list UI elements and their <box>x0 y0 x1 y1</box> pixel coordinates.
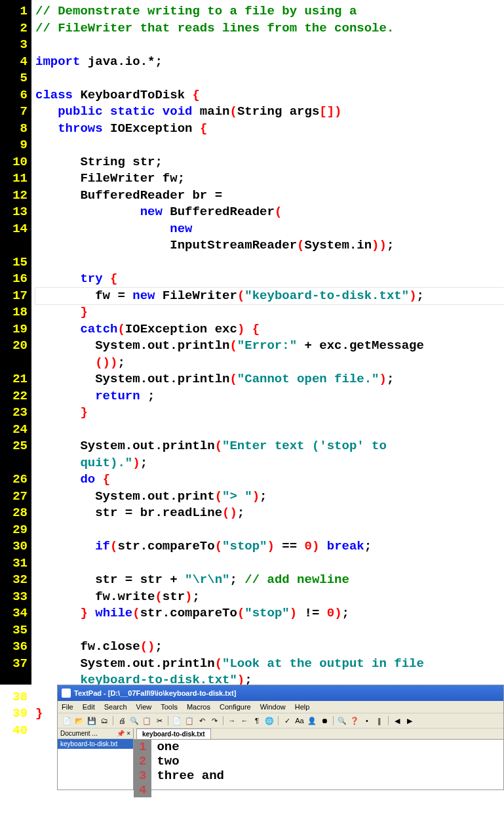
indent-icon[interactable]: → <box>227 715 237 726</box>
code-line[interactable] <box>35 37 504 54</box>
textpad-editor[interactable]: 1234 onetwothree and <box>134 740 503 797</box>
paste-icon[interactable]: 📋 <box>184 715 195 726</box>
cut-icon[interactable]: ✂ <box>154 715 165 726</box>
code-line[interactable]: if(str.compareTo("stop") == 0) break; <box>35 538 504 555</box>
close-icon[interactable]: × <box>126 730 130 737</box>
line-number: 8 <box>0 121 28 138</box>
line-number: 40 <box>0 723 28 740</box>
code-line[interactable]: public static void main(String args[]) <box>35 104 504 121</box>
outdent-icon[interactable]: ← <box>239 715 250 726</box>
textpad-titlebar[interactable]: TextPad - [D:\__07Fall\9\io\keyboard-to-… <box>58 685 503 701</box>
tp-text-line[interactable]: three and <box>157 769 224 783</box>
line-number: 25 <box>0 438 28 455</box>
web-icon[interactable]: 🌐 <box>264 715 275 726</box>
code-line[interactable] <box>35 422 504 439</box>
spell-icon[interactable]: ✓ <box>282 715 292 726</box>
line-number: 4 <box>0 54 28 71</box>
code-line[interactable]: throws IOException { <box>35 121 504 138</box>
code-line[interactable]: str = br.readLine(); <box>35 505 504 522</box>
code-line[interactable]: str = str + "\r\n"; // add newline <box>35 572 504 589</box>
dot-icon[interactable]: • <box>362 715 372 726</box>
code-line[interactable]: return ; <box>35 388 504 405</box>
code-line[interactable]: String str; <box>35 154 504 171</box>
code-line[interactable]: System.out.print("> "); <box>35 489 504 506</box>
paragraph-icon[interactable]: ¶ <box>252 715 262 726</box>
line-number: 22 <box>0 388 28 405</box>
code-line[interactable]: fw.write(str); <box>35 589 504 606</box>
line-number: 31 <box>0 555 28 572</box>
menu-macros[interactable]: Macros <box>187 703 210 711</box>
menu-search[interactable]: Search <box>104 703 127 711</box>
code-line[interactable]: // FileWriter that reads lines from the … <box>35 20 504 37</box>
code-line[interactable]: } <box>35 405 504 422</box>
redo-icon[interactable]: ↷ <box>209 715 220 726</box>
code-line[interactable]: fw = new FileWriter("keyboard-to-disk.tx… <box>35 288 504 305</box>
run-icon[interactable]: 👤 <box>307 715 317 726</box>
code-line[interactable]: new InputStreamReader(System.in)); <box>35 221 504 254</box>
playL-icon[interactable]: ◀ <box>392 715 402 726</box>
line-number: 26 <box>0 471 28 489</box>
find-icon[interactable]: Aa <box>294 715 305 726</box>
code-line[interactable]: import java.io.*; <box>35 54 504 71</box>
menu-configure[interactable]: Configure <box>220 703 251 711</box>
code-line[interactable]: try { <box>35 271 504 288</box>
code-editor: 1234567891011121314 151617181920 2122232… <box>0 0 504 685</box>
pin-icon[interactable]: 📌 <box>117 730 125 737</box>
code-line[interactable]: System.out.println("Enter text ('stop' t… <box>35 438 504 471</box>
menu-tools[interactable]: Tools <box>161 703 178 711</box>
code-line[interactable]: BufferedReader br = <box>35 188 504 205</box>
pipe-icon[interactable]: ‖ <box>374 715 385 726</box>
menu-edit[interactable]: Edit <box>83 703 95 711</box>
code-line[interactable]: FileWriter fw; <box>35 170 504 188</box>
line-number: 21 <box>0 371 28 388</box>
code-line[interactable]: } while(str.compareTo("stop") != 0); <box>35 605 504 622</box>
record-icon[interactable]: ⏺ <box>319 715 330 726</box>
code-line[interactable] <box>35 622 504 639</box>
menu-view[interactable]: View <box>136 703 152 711</box>
code-line[interactable] <box>35 522 504 539</box>
line-number: 6 <box>0 87 28 104</box>
print-icon[interactable]: 🖨 <box>117 715 127 726</box>
document-list-item[interactable]: keyboard-to-disk.txt <box>58 739 133 749</box>
tp-text-line[interactable]: one <box>157 740 224 754</box>
menu-window[interactable]: Window <box>260 703 286 711</box>
code-line[interactable] <box>35 254 504 271</box>
tp-text-line[interactable] <box>157 783 224 797</box>
save-icon[interactable]: 💾 <box>87 715 97 726</box>
textpad-menubar: FileEditSearchViewToolsMacrosConfigureWi… <box>58 701 503 713</box>
code-line[interactable]: System.out.println("Cannot open file."); <box>35 371 504 388</box>
code-line[interactable]: System.out.println("Error:" + exc.getMes… <box>35 338 504 371</box>
code-line[interactable]: catch(IOException exc) { <box>35 321 504 338</box>
code-line[interactable] <box>35 137 504 154</box>
code-line[interactable] <box>35 70 504 87</box>
menu-help[interactable]: Help <box>295 703 310 711</box>
code-line[interactable]: do { <box>35 471 504 489</box>
code-line[interactable]: new BufferedReader( <box>35 204 504 221</box>
code-line[interactable]: class KeyboardToDisk { <box>35 87 504 104</box>
preview-icon[interactable]: 🔍 <box>129 715 140 726</box>
saveall-icon[interactable]: 🗂 <box>99 715 109 726</box>
line-number: 34 <box>0 605 28 622</box>
help-icon[interactable]: ❓ <box>349 715 360 726</box>
open-icon[interactable]: 📂 <box>74 715 85 726</box>
tp-text-line[interactable]: two <box>157 754 224 769</box>
line-number: 39 <box>0 706 28 723</box>
playR-icon[interactable]: ▶ <box>404 715 415 726</box>
menu-file[interactable]: File <box>62 703 73 711</box>
printscreen-icon[interactable]: 📋 <box>142 715 152 726</box>
code-line[interactable]: fw.close(); <box>35 639 504 656</box>
file-tab[interactable]: keyboard-to-disk.txt <box>136 729 211 739</box>
code-line[interactable] <box>35 555 504 572</box>
copy-icon[interactable]: 📄 <box>172 715 182 726</box>
new-icon[interactable]: 📄 <box>62 715 72 726</box>
code-line[interactable]: } <box>35 304 504 321</box>
undo-icon[interactable]: ↶ <box>197 715 207 726</box>
code-line[interactable]: // Demonstrate writing to a file by usin… <box>35 3 504 20</box>
zoom-icon[interactable]: 🔍 <box>337 715 347 726</box>
line-number: 38 <box>0 689 28 706</box>
code-line[interactable]: System.out.println("Look at the output i… <box>35 656 504 689</box>
code-area[interactable]: // Demonstrate writing to a file by usin… <box>31 0 504 685</box>
line-number: 10 <box>0 154 28 171</box>
textpad-main: keyboard-to-disk.txt 1234 onetwothree an… <box>134 729 503 789</box>
textpad-text[interactable]: onetwothree and <box>151 740 229 797</box>
